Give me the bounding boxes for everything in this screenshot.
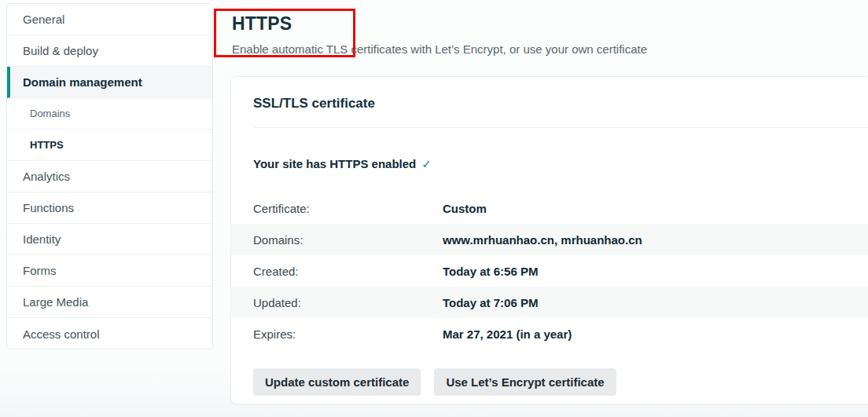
table-row-domains: Domains: www.mrhuanhao.cn, mrhuanhao.cn — [231, 224, 868, 255]
sidebar-item-functions[interactable]: Functions — [7, 192, 212, 224]
table-row-created: Created: Today at 6:56 PM — [231, 255, 868, 287]
row-value: Today at 7:06 PM — [443, 296, 538, 309]
certificate-details-table: Certificate: Custom Domains: www.mrhuanh… — [231, 192, 868, 349]
page-subtitle: Enable automatic TLS certificates with L… — [232, 42, 647, 56]
certificate-actions: Update custom certificate Use Let’s Encr… — [253, 368, 851, 396]
row-label: Created: — [253, 265, 443, 278]
row-value: www.mrhuanhao.cn, mrhuanhao.cn — [443, 233, 642, 247]
sidebar-item-large-media[interactable]: Large Media — [7, 287, 212, 318]
row-value: Mar 27, 2021 (in a year) — [443, 327, 572, 341]
update-custom-certificate-button[interactable]: Update custom certificate — [253, 368, 421, 396]
sidebar-item-forms[interactable]: Forms — [7, 255, 212, 287]
sidebar-item-https[interactable]: HTTPS — [7, 130, 212, 161]
sidebar-item-build-and-deploy[interactable]: Build & deploy — [7, 35, 212, 67]
sidebar-item-identity[interactable]: Identity — [7, 224, 212, 255]
row-value: Today at 6:56 PM — [443, 265, 538, 278]
use-lets-encrypt-certificate-button[interactable]: Use Let’s Encrypt certificate — [434, 368, 616, 396]
sidebar-item-domain-management[interactable]: Domain management — [7, 67, 212, 98]
row-label: Expires: — [253, 327, 443, 341]
sidebar-item-domains[interactable]: Domains — [7, 98, 212, 130]
card-divider — [253, 127, 868, 128]
ssl-tls-certificate-card: SSL/TLS certificate Your site has HTTPS … — [230, 76, 868, 404]
row-label: Certificate: — [253, 202, 443, 215]
sidebar-item-general[interactable]: General — [7, 4, 212, 35]
check-icon: ✓ — [421, 157, 432, 170]
sidebar-item-analytics[interactable]: Analytics — [7, 161, 212, 192]
row-value: Custom — [443, 202, 487, 215]
table-row-updated: Updated: Today at 7:06 PM — [231, 287, 868, 318]
https-status-line: Your site has HTTPS enabled✓ — [253, 157, 851, 171]
card-title: SSL/TLS certificate — [253, 96, 851, 112]
page-title: HTTPS — [232, 13, 292, 35]
settings-sidebar: General Build & deploy Domain management… — [6, 3, 213, 349]
https-status-text: Your site has HTTPS enabled — [253, 157, 416, 170]
table-row-certificate: Certificate: Custom — [231, 192, 868, 224]
sidebar-item-access-control[interactable]: Access control — [7, 318, 212, 349]
row-label: Domains: — [253, 233, 443, 247]
row-label: Updated: — [253, 296, 443, 309]
table-row-expires: Expires: Mar 27, 2021 (in a year) — [231, 318, 868, 349]
